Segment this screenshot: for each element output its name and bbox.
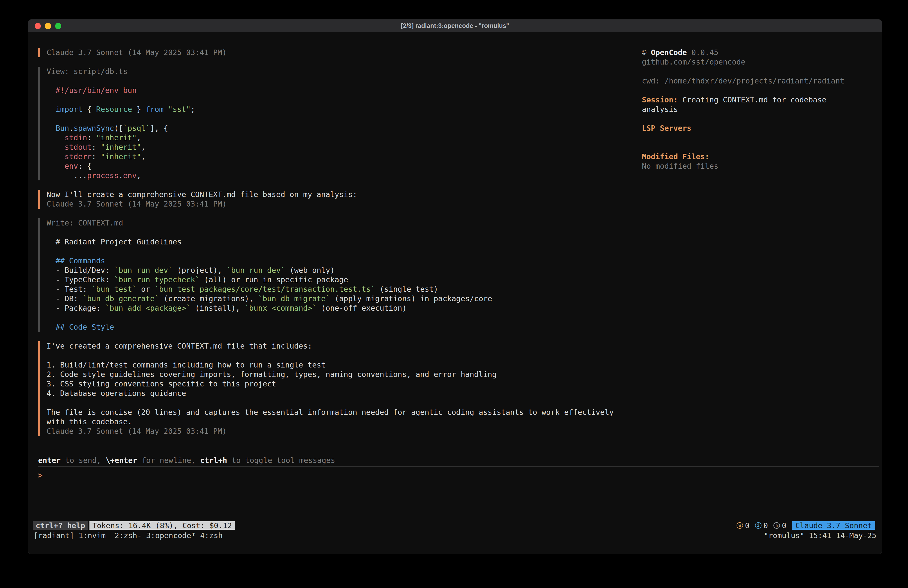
status-bar: ctrl+? help Tokens: 16.4K (8%), Cost: $0… <box>33 521 875 530</box>
text-segment: No modified files <box>642 162 718 171</box>
text-line: # Radiant Project Guidelines <box>47 237 642 246</box>
text-segment: ## Commands <box>47 256 105 265</box>
minimize-button[interactable] <box>45 23 51 29</box>
text-segment: (install), <box>191 304 245 313</box>
text-line <box>47 76 642 86</box>
text-line: The file is concise (20 lines) and captu… <box>47 408 642 417</box>
input-area: enter to send, \+enter for newline, ctrl… <box>28 456 882 521</box>
help-shortcut-chip[interactable]: ctrl+? help <box>33 521 88 530</box>
text-segment: ctrl+h <box>200 456 227 465</box>
text-segment: stdout <box>64 143 92 151</box>
text-segment: . <box>69 124 74 132</box>
text-segment <box>47 152 64 161</box>
text-segment: github.com/sst/opencode <box>642 58 745 66</box>
text-segment: , <box>137 171 141 180</box>
close-button[interactable] <box>35 23 41 29</box>
text-line: LSP Servers <box>642 124 876 133</box>
text-line: Modified Files: <box>642 152 876 161</box>
text-segment: Claude 3.7 Sonnet (14 May 2025 03:41 PM) <box>47 48 227 57</box>
text-segment: `bun test` <box>92 285 137 293</box>
text-segment: (all) or run in specific package <box>200 275 348 284</box>
text-segment: `bun db migrate` <box>258 294 330 303</box>
text-line: ...process.env, <box>47 171 642 180</box>
text-segment: env <box>123 171 137 180</box>
text-segment: or <box>137 285 155 293</box>
window-titlebar[interactable]: [2/3] radiant:3:opencode - "romulus" <box>28 19 882 32</box>
text-line: github.com/sst/opencode <box>642 57 876 67</box>
keybinding-hints: enter to send, \+enter for newline, ctrl… <box>38 456 879 465</box>
prompt-input[interactable]: > <box>38 470 879 480</box>
tool-view-block: View: script/db.ts #!/usr/bin/env bun im… <box>39 67 642 180</box>
text-line: - Package: `bun add <package>` (install)… <box>47 303 642 313</box>
text-segment: Now I'll create a comprehensive CONTEXT.… <box>47 190 357 199</box>
text-segment: enter <box>38 456 61 465</box>
text-segment <box>47 124 56 132</box>
text-line: Claude 3.7 Sonnet (14 May 2025 03:41 PM) <box>47 427 642 436</box>
model-badge[interactable]: Claude 3.7 Sonnet <box>792 521 875 530</box>
chat-messages: Claude 3.7 Sonnet (14 May 2025 03:41 PM)… <box>28 48 642 436</box>
warning-diagnostics: w 0 <box>737 521 750 530</box>
text-line <box>642 142 876 152</box>
traffic-lights <box>35 19 61 32</box>
text-segment: # Radiant Project Guidelines <box>47 237 182 246</box>
text-line: 2. Code style guidelines covering import… <box>47 370 642 379</box>
text-line: 3. CSS styling conventions specific to t… <box>47 379 642 389</box>
text-segment: spawnSync <box>74 124 114 132</box>
text-segment <box>164 105 168 114</box>
content-area: Claude 3.7 Sonnet (14 May 2025 03:41 PM)… <box>28 32 882 456</box>
text-segment: I've created a comprehensive CONTEXT.md … <box>47 342 312 350</box>
text-line: stderr: "inherit", <box>47 152 642 161</box>
text-segment: ; <box>191 105 195 114</box>
text-segment: Session: <box>642 95 678 104</box>
text-segment: (apply migrations) in packages/core <box>330 294 492 303</box>
text-segment: ... <box>47 171 87 180</box>
message-header: Claude 3.7 Sonnet (14 May 2025 03:41 PM) <box>39 48 642 57</box>
text-segment: `bun add <package>` <box>105 304 191 313</box>
text-line: View: script/db.ts <box>47 67 642 76</box>
text-segment: . <box>119 171 123 180</box>
zoom-button[interactable] <box>55 23 61 29</box>
text-segment: "inherit" <box>96 133 137 142</box>
text-segment: for newline, <box>137 456 200 465</box>
text-segment: ], { <box>150 124 168 132</box>
text-line: Now I'll create a comprehensive CONTEXT.… <box>47 190 642 199</box>
text-segment: (create migrations), <box>159 294 258 303</box>
text-segment: `bunx <command>` <box>245 304 317 313</box>
tmux-window-list[interactable]: [radiant] 1:nvim 2:zsh- 3:opencode* 4:zs… <box>34 531 223 540</box>
text-segment: stdin <box>64 133 87 142</box>
text-segment: 3. CSS styling conventions specific to t… <box>47 379 276 388</box>
text-line <box>47 114 642 124</box>
text-line: Write: CONTEXT.md <box>47 218 642 228</box>
tmux-session-clock: "romulus" 15:41 14-May-25 <box>764 531 876 540</box>
warning-icon: w <box>737 522 743 529</box>
text-segment: stderr <box>64 152 92 161</box>
text-segment: (project), <box>173 266 227 275</box>
text-line <box>47 95 642 105</box>
text-segment: import <box>56 105 82 114</box>
text-segment: - DB: <box>47 294 83 303</box>
warning-count: 0 <box>745 521 750 530</box>
text-segment: Write: CONTEXT.md <box>47 219 123 227</box>
text-segment: , <box>141 152 145 161</box>
assistant-summary: I've created a comprehensive CONTEXT.md … <box>39 342 642 436</box>
text-line: import { Resource } from "sst"; <box>47 105 642 114</box>
text-segment: #!/usr/bin/env bun <box>47 86 137 95</box>
text-segment: `bun test packages/core/test/transaction… <box>155 285 375 293</box>
text-segment: (single test) <box>375 285 438 293</box>
text-line <box>642 133 876 142</box>
text-line: - TypeCheck: `bun run typecheck` (all) o… <box>47 275 642 285</box>
chat-pane: Claude 3.7 Sonnet (14 May 2025 03:41 PM)… <box>28 48 642 456</box>
hint-icon: h <box>773 522 780 529</box>
text-segment: - Test: <box>47 285 92 293</box>
text-segment: 0.0.45 <box>687 48 718 57</box>
text-line: env: { <box>47 161 642 171</box>
text-segment: - TypeCheck: <box>47 275 114 284</box>
tokens-cost-chip: Tokens: 16.4K (8%), Cost: $0.12 <box>89 521 235 530</box>
text-line: Bun.spawnSync([`psql`], { <box>47 124 642 133</box>
text-segment: , <box>141 143 145 151</box>
text-line <box>642 114 876 124</box>
text-line: stdout: "inherit", <box>47 142 642 152</box>
text-line: with this codebase. <box>47 417 642 427</box>
text-segment: env <box>64 162 78 171</box>
text-line: Claude 3.7 Sonnet (14 May 2025 03:41 PM) <box>47 48 642 57</box>
